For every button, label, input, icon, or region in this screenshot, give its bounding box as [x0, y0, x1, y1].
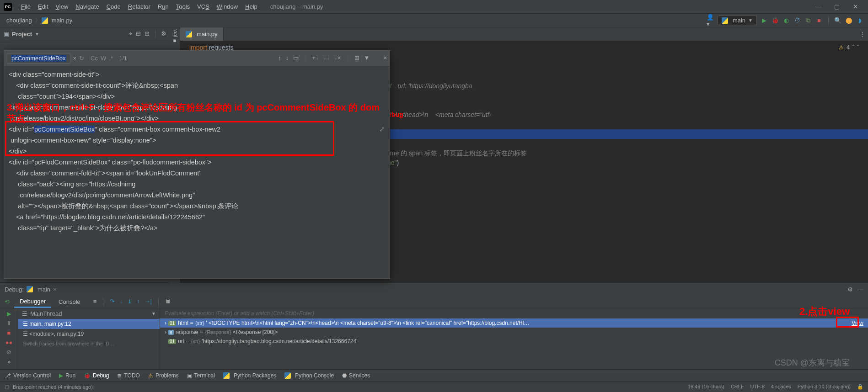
- debug-more-icon[interactable]: »: [7, 358, 11, 365]
- find-select-icon[interactable]: ▭: [293, 54, 299, 63]
- stack-frame-1[interactable]: ☰ <module>, main.py:19: [18, 329, 160, 339]
- find-regex-toggle[interactable]: .*: [109, 55, 113, 62]
- tool-version-control[interactable]: ⎇Version Control: [5, 372, 51, 379]
- step-into-icon[interactable]: ↓: [119, 298, 123, 306]
- find-add-selection-icon[interactable]: +⸽: [312, 54, 319, 63]
- stop-button[interactable]: ■: [815, 17, 823, 24]
- minimize-button[interactable]: —: [809, 3, 828, 10]
- menu-tools[interactable]: Tools: [172, 3, 193, 10]
- status-line-sep[interactable]: CRLF: [731, 384, 744, 390]
- code-with-me-icon[interactable]: ◗: [856, 17, 863, 24]
- variable-html[interactable]: ›01 html = {str} ' <!DOCTYPE html>\n<htm…: [160, 318, 868, 328]
- project-label[interactable]: Project: [12, 31, 32, 37]
- settings-icon[interactable]: ⚙: [161, 30, 166, 38]
- menu-view[interactable]: View: [52, 3, 72, 10]
- find-words-toggle[interactable]: W: [101, 55, 106, 62]
- editor-tab-main[interactable]: main.py: [180, 27, 224, 41]
- variable-url[interactable]: ›01 url = {str} 'https://dongliyutangbao…: [160, 337, 868, 346]
- tool-problems[interactable]: ⚠Problems: [148, 372, 179, 379]
- find-case-toggle[interactable]: Cc: [91, 55, 98, 62]
- ide-updates-icon[interactable]: ⬤: [845, 17, 852, 24]
- mute-breakpoints-icon[interactable]: ⊘: [6, 349, 11, 355]
- run-to-cursor-icon[interactable]: →|: [144, 298, 151, 306]
- status-caret-pos[interactable]: 16:49 (16 chars): [688, 384, 724, 390]
- view-breakpoints-icon[interactable]: ●●: [5, 339, 13, 346]
- status-lock-icon[interactable]: 🔒: [857, 384, 863, 390]
- status-indent[interactable]: 4 spaces: [771, 384, 791, 390]
- editor-more-icon[interactable]: ⋮: [859, 31, 864, 37]
- tool-services[interactable]: ⬣Services: [342, 372, 370, 379]
- debug-hide-icon[interactable]: —: [857, 286, 863, 293]
- pause-icon[interactable]: ⏸: [6, 320, 12, 327]
- menu-refactor[interactable]: Refactor: [124, 3, 154, 10]
- debugger-tab[interactable]: Debugger: [14, 296, 51, 308]
- stack-frame-0[interactable]: ☰ main, main.py:12: [18, 319, 160, 329]
- user-icon[interactable]: 👤▾: [707, 17, 714, 24]
- menu-edit[interactable]: Edit: [34, 3, 52, 10]
- menu-help[interactable]: Help: [241, 3, 261, 10]
- sidebar-tab-project[interactable]: ■ ject: [171, 27, 178, 46]
- thread-selector[interactable]: ☰ MainThread ▼: [18, 308, 160, 319]
- warning-count: 4: [847, 43, 850, 53]
- run-config-name: main: [733, 17, 745, 24]
- find-prev-icon[interactable]: ↑: [278, 54, 281, 63]
- evaluate-icon[interactable]: 🖩: [165, 298, 171, 306]
- tool-terminal[interactable]: ▣Terminal: [187, 372, 215, 379]
- menu-run[interactable]: Run: [154, 3, 172, 10]
- run-button[interactable]: ▶: [761, 17, 768, 24]
- find-next-icon[interactable]: ↓: [286, 54, 289, 63]
- tool-debug[interactable]: 🐞Debug: [84, 372, 109, 379]
- debug-settings-icon[interactable]: ⚙: [847, 286, 853, 293]
- chevron-down-icon: ▼: [151, 311, 156, 316]
- find-history-icon[interactable]: ↻: [79, 55, 84, 62]
- status-encoding[interactable]: UTF-8: [750, 384, 765, 390]
- status-interpreter[interactable]: Python 3.10 (choujiang): [798, 384, 851, 390]
- status-tool-windows-icon[interactable]: ▢: [5, 384, 9, 390]
- find-close-button[interactable]: ×: [383, 54, 387, 63]
- debug-button[interactable]: 🐞: [772, 17, 779, 24]
- find-close-icon[interactable]: ×: [73, 55, 77, 62]
- variable-response[interactable]: ›≡ response = {Response} <Response [200]…: [160, 328, 868, 337]
- select-opened-file-icon[interactable]: ⌖: [129, 30, 132, 38]
- step-into-my-icon[interactable]: ⤓: [127, 298, 132, 306]
- tool-python-console[interactable]: Python Console: [284, 372, 334, 379]
- project-dropdown-icon[interactable]: ▼: [35, 32, 39, 37]
- close-button[interactable]: ✕: [846, 3, 864, 10]
- run-configuration-selector[interactable]: main ▼: [718, 16, 757, 25]
- concurrent-button[interactable]: ⧉: [804, 17, 812, 24]
- tool-run[interactable]: ▶Run: [59, 372, 75, 379]
- evaluate-input[interactable]: Evaluate expression (Enter) or add a wat…: [160, 308, 868, 318]
- step-over-icon[interactable]: ↷: [110, 298, 115, 306]
- find-remove-selection-icon[interactable]: ⸽×: [334, 54, 341, 63]
- breadcrumb-project[interactable]: choujiang: [5, 17, 34, 24]
- menu-code[interactable]: Code: [103, 3, 124, 10]
- status-message: Breakpoint reached (4 minutes ago): [13, 384, 93, 390]
- tool-todo[interactable]: ≣TODO: [117, 372, 139, 379]
- step-out-icon[interactable]: ↑: [137, 298, 140, 306]
- find-result-body[interactable]: 3.弹出该窗口，ctrl+F，搜索包含评论区所有粉丝名称的 id 为 pcCom…: [4, 66, 390, 278]
- resume-icon[interactable]: ▶: [7, 310, 11, 317]
- collapse-all-icon[interactable]: ⊞: [145, 30, 150, 38]
- find-input[interactable]: pcCommentSideBox: [7, 53, 70, 64]
- find-select-all-icon[interactable]: ⸽⸽: [323, 54, 330, 63]
- debug-tab-close-icon[interactable]: ×: [53, 286, 57, 293]
- breadcrumb-file[interactable]: main.py: [50, 17, 75, 24]
- tool-python-packages[interactable]: Python Packages: [223, 372, 276, 379]
- stop-icon[interactable]: ■: [7, 329, 11, 336]
- find-pin-icon[interactable]: ⊞: [354, 54, 359, 63]
- maximize-button[interactable]: ▢: [828, 3, 846, 10]
- profile-button[interactable]: ⏱: [793, 17, 801, 24]
- show-exec-point-icon[interactable]: ≡: [93, 298, 97, 306]
- rerun-icon[interactable]: ⟲: [5, 298, 10, 305]
- expand-all-icon[interactable]: ⊟: [136, 30, 141, 38]
- menu-window[interactable]: Window: [213, 3, 241, 10]
- coverage-button[interactable]: ◐: [782, 17, 790, 24]
- search-everywhere-button[interactable]: 🔍: [834, 17, 841, 24]
- view-link[interactable]: View: [852, 320, 863, 326]
- menu-navigate[interactable]: Navigate: [72, 3, 102, 10]
- menu-file[interactable]: File: [17, 3, 34, 10]
- menu-vcs[interactable]: VCS: [193, 3, 213, 10]
- inspection-widget[interactable]: ⚠ 4 ˆ ˇ: [839, 43, 859, 53]
- console-tab[interactable]: Console: [53, 297, 86, 307]
- find-filter-icon[interactable]: ▼: [364, 54, 370, 63]
